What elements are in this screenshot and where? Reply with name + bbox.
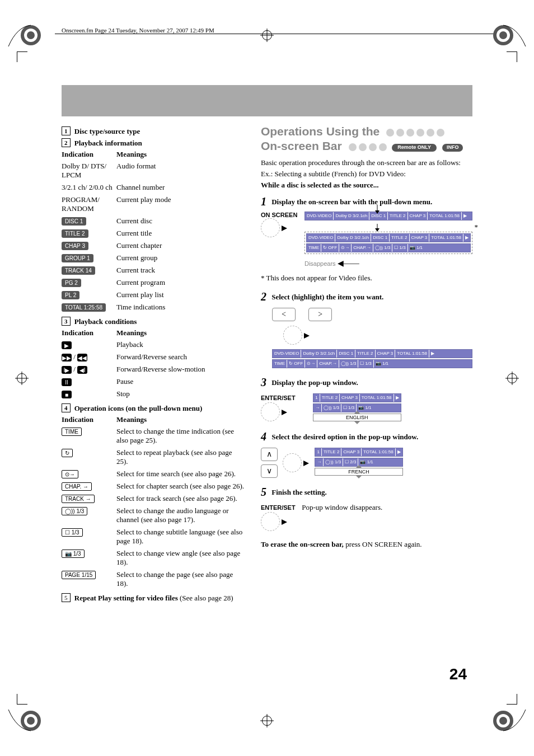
title-dots	[386, 129, 444, 137]
meaning-cell: Current track	[116, 264, 245, 276]
on-screen-label: ON SCREEN	[261, 212, 300, 218]
op-icon-chip: TIME	[62, 428, 82, 436]
meaning-cell: Select to change view angle (see also pa…	[116, 547, 245, 569]
section-tail: (See also page 28)	[180, 594, 233, 602]
indication-cell: ▶▶ / ◀◀	[62, 351, 116, 363]
section-1: 1 Disc type/source type	[62, 126, 245, 136]
meaning-cell: Current play list	[116, 289, 245, 301]
remote-only-chip: Remote ONLY	[392, 144, 437, 151]
step-2: 2 Select (highlight) the item you want. …	[261, 290, 472, 368]
indication-cell: ☐ 1/3	[62, 526, 116, 547]
left-column: 1 Disc type/source type 2 Playback infor…	[62, 124, 245, 689]
osd-cell: DISC 1	[337, 350, 355, 358]
step-3: 3 Display the pop-up window. ENTER/SET 1…	[261, 376, 472, 422]
page-number: 24	[449, 665, 467, 683]
registration-mark	[262, 30, 272, 40]
indicator-chip: GROUP 1	[62, 254, 93, 262]
svg-point-8	[27, 717, 35, 725]
osd-cell: ↻ OFF	[287, 360, 305, 368]
corner-ornament	[6, 21, 45, 49]
osd-cell: ◯)) 1/3	[322, 404, 341, 412]
indicator-chip: TRACK 14	[62, 266, 95, 275]
step-number: 4	[261, 430, 266, 443]
osd-cell: ◯)) 1/3	[373, 244, 393, 252]
step-text: Finish the setting.	[271, 488, 327, 496]
osd-cell: 📷 1/1	[408, 244, 424, 252]
registration-mark	[17, 373, 27, 383]
meaning-cell: Select to change subtitle language (see …	[116, 526, 245, 547]
indicator-chip: PL 2	[62, 291, 79, 299]
erase-note: To erase the on-screen bar, press ON SCR…	[261, 540, 472, 549]
step1-footnote: * This does not appear for Video files.	[261, 274, 472, 283]
osd-cell: TOTAL 1:01:58	[429, 234, 463, 242]
step-4: 4 Select the desired option in the pop-u…	[261, 430, 472, 478]
col-meanings: Meanings	[116, 414, 245, 425]
disappears-label: Disappears	[305, 260, 336, 267]
indication-cell: CHAP 3	[62, 240, 116, 252]
svg-point-2	[27, 31, 35, 39]
osd-cell: 1	[315, 448, 321, 456]
op-icon-chip: TRACK →	[62, 495, 95, 503]
down-cursor-button[interactable]: ∨	[261, 464, 278, 478]
press-gesture-icon	[261, 512, 280, 531]
osd-cell: ▶	[462, 212, 469, 220]
up-cursor-button[interactable]: ∧	[261, 448, 278, 461]
osd-bar: DVD-VIDEODolby D 3/2.1chDISC 1TITLE 2CHA…	[306, 233, 471, 242]
osd-cell: ▶	[463, 234, 470, 242]
osd-cell: TIME	[307, 244, 321, 252]
left-cursor-button[interactable]: <	[272, 308, 296, 321]
playback-icon: ■	[62, 391, 72, 398]
page-columns: 1 Disc type/source type 2 Playback infor…	[62, 124, 472, 689]
op-icon-chip: ☐ 1/3	[62, 528, 83, 537]
osd-cell: ▶	[396, 448, 402, 456]
osd-cell: TOTAL 1:01:58	[360, 394, 394, 402]
meaning-cell: Forward/Reverse slow-motion	[116, 363, 245, 375]
section-title: Disc type/source type	[74, 127, 140, 135]
crop-mark	[17, 694, 27, 705]
meaning-cell: Time indications	[116, 301, 245, 313]
info-chip: INFO	[442, 144, 463, 151]
indication-cell: TRACK →	[62, 492, 116, 505]
osd-cell: CHAP 3	[410, 234, 430, 242]
osd-cell: ▶	[394, 394, 401, 402]
playback-icon: I▶	[62, 366, 72, 374]
osd-cell: ▶	[429, 350, 436, 358]
meaning-cell: Current play mode	[116, 194, 245, 215]
right-column: Operations Using the On-screen Bar Remot…	[261, 124, 472, 689]
section-3: 3 Playback conditions	[62, 317, 245, 326]
corner-ornament	[489, 21, 528, 49]
step-5: 5 Finish the setting. ENTER/SET Pop-up w…	[261, 486, 472, 531]
meaning-cell: Stop	[116, 388, 245, 400]
indication-cell: ▶	[62, 339, 116, 351]
indication-cell: 📷 1/3	[62, 547, 116, 569]
header-rule	[55, 34, 495, 34]
step-text: Select the desired option in the pop-up …	[271, 433, 418, 441]
osd-cell: ☐ 1/3	[392, 244, 407, 252]
op-icon-chip: ⊙→	[62, 470, 78, 478]
svg-point-11	[499, 717, 507, 725]
crop-mark	[17, 51, 27, 62]
meaning-cell: Select to change the time indication (se…	[116, 425, 245, 447]
op-icon-chip: PAGE 1/15	[62, 571, 96, 579]
registration-mark	[262, 716, 272, 726]
intro-text: Basic operation procedures through the o…	[261, 158, 472, 167]
indication-cell: TOTAL 1:25:58	[62, 301, 116, 313]
col-indication: Indication	[62, 327, 116, 339]
step-1: 1 Display the on-screen bar with the pul…	[261, 195, 472, 283]
erase-rest: press ON SCREEN again.	[344, 540, 422, 548]
section-num: 1	[62, 126, 71, 135]
osd-cell: TIME	[273, 360, 287, 368]
osd-cell: CHAP.→	[352, 244, 373, 252]
osd-cell: 📷 1/1	[374, 360, 390, 368]
erase-bold: To erase the on-screen bar,	[261, 540, 344, 548]
meaning-cell: Current disc	[116, 215, 245, 227]
step-number: 1	[261, 195, 266, 208]
osd-bar-sub: TIME↻ OFF⊙→CHAP.→◯)) 1/3☐ 1/3📷 1/1	[306, 243, 471, 252]
step-number: 5	[261, 486, 266, 498]
osd-cell: ☐ 1/3	[358, 360, 373, 368]
indication-cell: ↻	[62, 447, 116, 468]
right-cursor-button[interactable]: >	[308, 308, 332, 321]
osd-cell: ↻ OFF	[321, 244, 339, 252]
playback-icon: ◀◀	[77, 354, 87, 361]
meaning-cell: Select for chapter search (see also page…	[116, 480, 245, 492]
